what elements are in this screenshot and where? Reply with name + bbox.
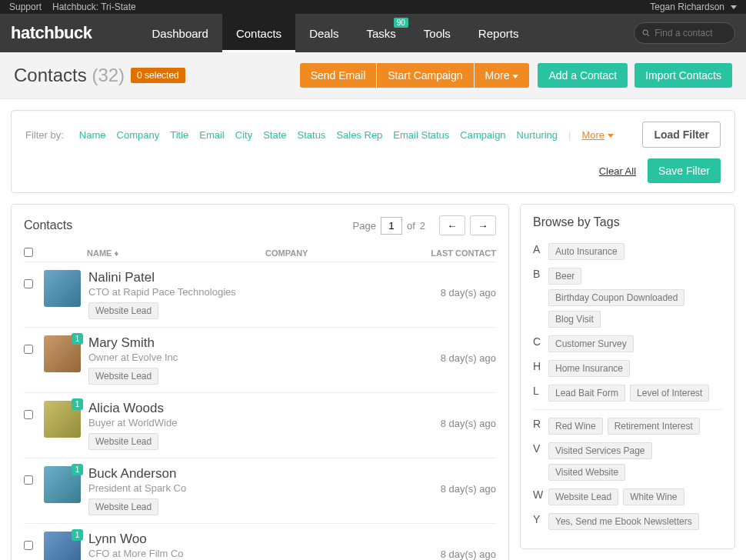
contact-name[interactable]: Mary Smith	[88, 335, 404, 351]
prev-page-button[interactable]: ←	[439, 215, 465, 235]
contact-row[interactable]: Nalini Patel CTO at Rapid Pace Technolog…	[24, 262, 496, 328]
nav-deals[interactable]: Deals	[295, 14, 352, 52]
filter-status[interactable]: Status	[298, 129, 326, 141]
avatar-badge: 1	[72, 529, 83, 541]
contact-count: (32)	[92, 65, 125, 85]
avatar[interactable]: 1	[44, 401, 81, 438]
last-contact: 8 day(s) ago	[404, 335, 496, 364]
search-icon	[642, 28, 650, 38]
filter-nurturing[interactable]: Nurturing	[517, 129, 558, 141]
navbar: hatchbuck DashboardContactsDealsTasks90T…	[0, 14, 746, 52]
tag-pill[interactable]: Lead Bait Form	[548, 385, 625, 402]
nav-tools[interactable]: Tools	[410, 14, 465, 52]
tag-row: BBeerBirthday Coupon DownloadedBlog Visi…	[533, 268, 722, 328]
tag-pill[interactable]: Level of Interest	[630, 385, 709, 402]
tag-pill[interactable]: Yes, Send me Ebook Newsletters	[548, 513, 699, 530]
tag-pill[interactable]: Visited Website	[548, 464, 625, 481]
send-email-button[interactable]: Send Email	[300, 63, 377, 88]
avatar[interactable]: 1	[44, 335, 81, 372]
filter-name[interactable]: Name	[79, 129, 106, 141]
add-contact-button[interactable]: Add a Contact	[538, 63, 628, 88]
contact-name[interactable]: Alicia Woods	[88, 401, 404, 416]
contact-title: Buyer at WorldWide	[88, 417, 404, 428]
tag-letter: A	[533, 243, 548, 255]
tags-panel: Browse by Tags AAuto InsuranceBBeerBirth…	[520, 204, 735, 549]
clear-all-link[interactable]: Clear All	[599, 165, 636, 177]
filter-label: Filter by:	[25, 129, 64, 141]
tag-row: HHome Insurance	[533, 360, 722, 377]
filter-campaign[interactable]: Campaign	[460, 129, 505, 141]
filter-company[interactable]: Company	[117, 129, 160, 141]
last-contact: 8 day(s) ago	[404, 401, 496, 429]
tag-pill[interactable]: White Wine	[623, 488, 684, 505]
next-page-button[interactable]: →	[470, 215, 496, 235]
avatar[interactable]	[44, 270, 81, 307]
contact-row[interactable]: 1 Lynn Woo CFO at More Film Co Website L…	[24, 524, 496, 560]
contact-row[interactable]: 1 Mary Smith Owner at Evolve Inc Website…	[24, 328, 496, 393]
search-input[interactable]	[654, 28, 727, 38]
row-checkbox[interactable]	[24, 475, 33, 485]
tag-pill[interactable]: Customer Survey	[548, 335, 634, 352]
filter-sales-rep[interactable]: Sales Rep	[336, 129, 382, 141]
logo[interactable]: hatchbuck	[11, 23, 92, 43]
filter-panel: Filter by: NameCompanyTitleEmailCityStat…	[11, 110, 735, 193]
support-link[interactable]: Support	[9, 2, 42, 12]
tag-pill[interactable]: Website Lead	[548, 488, 618, 505]
contact-tag[interactable]: Website Lead	[88, 498, 158, 515]
nav-badge: 90	[394, 18, 408, 28]
tag-pill[interactable]: Home Insurance	[548, 360, 630, 377]
nav-contacts[interactable]: Contacts	[222, 14, 295, 52]
import-contacts-button[interactable]: Import Contacts	[634, 63, 732, 88]
tag-letter: V	[533, 442, 548, 455]
contact-tag[interactable]: Website Lead	[88, 302, 158, 319]
filter-state[interactable]: State	[263, 129, 286, 141]
contact-tag[interactable]: Website Lead	[88, 433, 158, 450]
select-all-checkbox[interactable]	[24, 248, 33, 257]
row-checkbox[interactable]	[24, 410, 33, 419]
tag-pill[interactable]: Birthday Coupon Downloaded	[548, 289, 684, 306]
contact-name[interactable]: Nalini Patel	[88, 270, 404, 285]
avatar[interactable]: 1	[44, 466, 81, 503]
filter-email-status[interactable]: Email Status	[393, 129, 449, 141]
row-checkbox[interactable]	[24, 541, 33, 550]
filter-title[interactable]: Title	[170, 129, 188, 141]
tag-pill[interactable]: Auto Insurance	[548, 243, 624, 260]
tag-pill[interactable]: Beer	[548, 268, 581, 285]
user-menu[interactable]: Tegan Richardson	[650, 2, 737, 12]
tag-pill[interactable]: Red Wine	[548, 418, 603, 435]
contacts-panel-title: Contacts	[24, 218, 72, 232]
load-filter-button[interactable]: Load Filter	[642, 122, 721, 148]
nav-tasks[interactable]: Tasks90	[352, 14, 409, 52]
tag-letter: R	[533, 418, 548, 430]
contact-row[interactable]: 1 Buck Anderson President at Spark Co We…	[24, 458, 496, 524]
filter-more[interactable]: More	[581, 129, 614, 141]
page-input[interactable]	[381, 217, 402, 235]
chevron-down-icon	[731, 5, 737, 9]
tag-row: CCustomer Survey	[533, 335, 722, 352]
more-actions-button[interactable]: More	[475, 63, 530, 88]
table-header: NAME ♦ COMPANY LAST CONTACT	[24, 245, 496, 262]
contact-tag[interactable]: Website Lead	[88, 368, 158, 385]
filter-city[interactable]: City	[235, 129, 252, 141]
row-checkbox[interactable]	[24, 279, 33, 288]
contact-row[interactable]: 1 Alicia Woods Buyer at WorldWide Websit…	[24, 393, 496, 458]
contact-name[interactable]: Buck Anderson	[88, 466, 404, 482]
avatar[interactable]: 1	[44, 532, 81, 560]
nav-reports[interactable]: Reports	[465, 14, 533, 52]
selected-badge: 0 selected	[131, 68, 185, 83]
contact-name[interactable]: Lynn Woo	[88, 532, 404, 547]
nav-dashboard[interactable]: Dashboard	[138, 14, 222, 52]
tag-letter: W	[533, 488, 548, 501]
arrow-right-icon: →	[478, 220, 488, 232]
tag-pill[interactable]: Retirement Interest	[608, 418, 700, 435]
tag-pill[interactable]: Blog Visit	[548, 311, 601, 328]
search-box[interactable]	[634, 22, 735, 44]
last-contact: 8 day(s) ago	[404, 270, 496, 298]
sort-icon[interactable]: ♦	[114, 248, 118, 258]
save-filter-button[interactable]: Save Filter	[648, 158, 721, 183]
start-campaign-button[interactable]: Start Campaign	[377, 63, 473, 88]
filter-email[interactable]: Email	[199, 129, 225, 141]
org-link[interactable]: Hatchbuck: Tri-State	[52, 2, 136, 12]
tag-pill[interactable]: Visited Services Page	[548, 442, 652, 459]
row-checkbox[interactable]	[24, 345, 33, 354]
